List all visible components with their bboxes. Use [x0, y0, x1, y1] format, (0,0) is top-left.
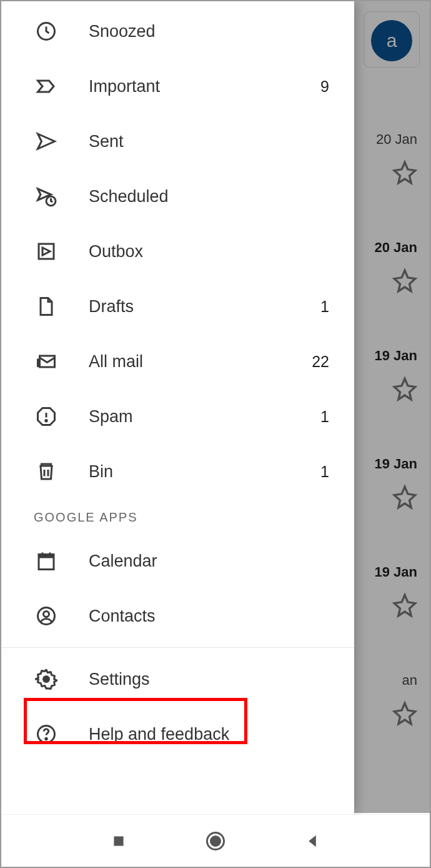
nav-item-outbox[interactable]: Outbox	[1, 224, 354, 279]
svg-rect-6	[39, 555, 54, 558]
nav-item-contacts[interactable]: Contacts	[1, 588, 354, 643]
help-icon	[34, 722, 59, 747]
nav-label: Scheduled	[89, 187, 329, 206]
nav-label: All mail	[89, 352, 312, 371]
nav-label: Calendar	[89, 552, 329, 571]
nav-label: Important	[89, 77, 320, 96]
nav-label: Spam	[89, 407, 320, 426]
settings-icon	[34, 667, 59, 692]
system-nav-bar	[1, 814, 430, 867]
nav-item-sent[interactable]: Sent	[1, 114, 354, 169]
clock-icon	[34, 19, 59, 44]
nav-count: 1	[320, 298, 329, 316]
scrim-overlay[interactable]	[354, 1, 430, 813]
nav-label: Sent	[89, 132, 329, 151]
scheduled-icon	[34, 184, 59, 209]
contacts-icon	[34, 603, 59, 628]
nav-item-calendar[interactable]: Calendar	[1, 533, 354, 588]
nav-count: 1	[320, 408, 329, 426]
navigation-drawer: Snoozed Important 9 Sent Scheduled Outbo…	[1, 1, 354, 814]
nav-count: 1	[320, 463, 329, 481]
svg-point-8	[44, 612, 49, 617]
nav-item-settings[interactable]: Settings	[1, 652, 354, 707]
svg-point-14	[210, 835, 221, 847]
nav-count: 22	[312, 353, 329, 371]
svg-point-11	[46, 738, 47, 739]
back-button[interactable]	[301, 830, 324, 852]
calendar-icon	[34, 548, 59, 573]
nav-item-scheduled[interactable]: Scheduled	[1, 169, 354, 224]
nav-label: Outbox	[89, 242, 329, 261]
allmail-icon	[34, 349, 59, 374]
bin-icon	[34, 459, 59, 484]
spam-icon	[34, 404, 59, 429]
svg-rect-12	[114, 836, 123, 845]
nav-label: Drafts	[89, 297, 320, 316]
nav-label: Help and feedback	[89, 725, 329, 744]
recents-button[interactable]	[107, 830, 130, 852]
nav-label: Snoozed	[89, 22, 329, 41]
nav-item-drafts[interactable]: Drafts 1	[1, 279, 354, 334]
nav-item-snoozed[interactable]: Snoozed	[1, 4, 354, 59]
outbox-icon	[34, 239, 59, 264]
sent-icon	[34, 129, 59, 154]
nav-label: Settings	[89, 670, 329, 689]
nav-label: Contacts	[89, 607, 329, 626]
svg-point-4	[46, 420, 47, 421]
home-button[interactable]	[204, 830, 227, 852]
important-icon	[34, 74, 59, 99]
nav-item-allmail[interactable]: All mail 22	[1, 334, 354, 389]
section-header-google-apps: GOOGLE APPS	[1, 499, 354, 533]
svg-point-9	[44, 677, 49, 682]
nav-count: 9	[320, 78, 329, 96]
nav-item-important[interactable]: Important 9	[1, 59, 354, 114]
drafts-icon	[34, 294, 59, 319]
nav-item-bin[interactable]: Bin 1	[1, 444, 354, 499]
nav-label: Bin	[89, 462, 320, 482]
divider	[1, 647, 354, 648]
nav-item-spam[interactable]: Spam 1	[1, 389, 354, 444]
nav-item-help[interactable]: Help and feedback	[1, 707, 354, 762]
